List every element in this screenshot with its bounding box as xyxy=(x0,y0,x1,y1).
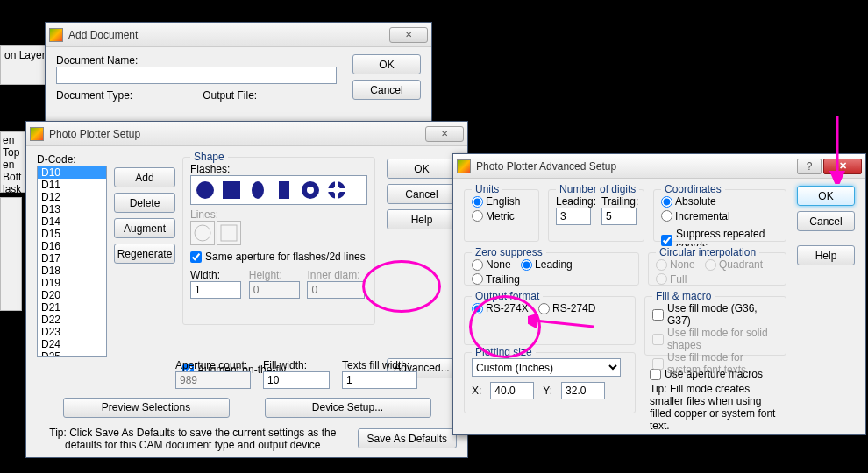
metric-radio[interactable] xyxy=(472,210,483,222)
leading-label: Leading: xyxy=(556,195,596,208)
use-fill-label: Use fill mode (G36, G37) xyxy=(667,302,779,327)
absolute-radio[interactable] xyxy=(661,196,672,208)
list-item[interactable]: D25 xyxy=(38,350,106,357)
close-icon[interactable]: ✕ xyxy=(823,159,862,174)
app-icon xyxy=(30,127,44,141)
pps-tip-text: Tip: Click Save As Defaults to save the … xyxy=(37,427,349,451)
plot-x-input[interactable] xyxy=(490,382,534,399)
rs274x-label: RS-274X xyxy=(486,302,529,314)
english-radio[interactable] xyxy=(472,196,483,208)
same-aperture-checkbox[interactable] xyxy=(190,251,202,263)
svg-point-2 xyxy=(252,181,264,199)
adv-tip-text: Tip: Fill mode creates smaller files whe… xyxy=(644,383,790,432)
use-fill-font-label: Use fill mode for system font texts xyxy=(667,351,779,376)
list-item[interactable]: D15 xyxy=(38,228,106,240)
add-document-titlebar: Add Document ✕ xyxy=(46,23,431,47)
width-input[interactable] xyxy=(190,281,241,299)
document-name-input[interactable] xyxy=(56,67,337,84)
list-item[interactable]: D17 xyxy=(38,252,106,265)
pps-help-button[interactable]: Help xyxy=(387,209,457,229)
adv-cancel-button[interactable]: Cancel xyxy=(797,211,855,231)
pps-ok-button[interactable]: OK xyxy=(387,159,457,179)
dcode-listbox[interactable]: D10 D11 D12 D13 D14 D15 D16 D17 D18 D19 … xyxy=(37,166,107,357)
zero-suppress-legend: Zero suppress xyxy=(472,246,546,258)
flash-rect-icon[interactable] xyxy=(272,178,296,202)
add-doc-ok-button[interactable]: OK xyxy=(352,54,421,74)
adv-titlebar: Photo Plotter Advanced Setup ? ✕ xyxy=(453,154,865,179)
fill-macro-legend: Fill & macro xyxy=(652,290,715,302)
adv-help-button[interactable]: Help xyxy=(797,245,855,265)
plot-y-label: Y: xyxy=(543,385,552,397)
texts-fill-width-input[interactable] xyxy=(342,371,417,389)
pps-cancel-button[interactable]: Cancel xyxy=(387,184,457,204)
list-item[interactable]: D10 xyxy=(38,166,106,179)
list-item[interactable]: D11 xyxy=(38,179,106,191)
preview-selections-button[interactable]: Preview Selections xyxy=(63,398,230,418)
add-button[interactable]: Add xyxy=(114,167,175,187)
pps-title: Photo Plotter Setup xyxy=(49,128,425,140)
add-document-title: Add Document xyxy=(68,29,389,41)
fill-width-label: Fill width: xyxy=(263,359,307,371)
delete-button[interactable]: Delete xyxy=(114,193,175,213)
list-item[interactable]: D24 xyxy=(38,338,106,350)
flash-oval-icon[interactable] xyxy=(245,178,270,202)
list-item[interactable]: D12 xyxy=(38,191,106,203)
zero-none-radio[interactable] xyxy=(472,259,483,271)
use-fill-checkbox[interactable] xyxy=(652,309,664,321)
regenerate-button[interactable]: Regenerate xyxy=(114,244,175,264)
list-item[interactable]: D19 xyxy=(38,277,106,289)
circular-legend: Circular interpolation xyxy=(656,246,759,258)
augment-button[interactable]: Augment xyxy=(114,218,175,238)
plot-y-input[interactable] xyxy=(561,382,605,399)
svg-rect-11 xyxy=(221,225,237,241)
circ-quad-radio xyxy=(705,259,716,271)
rs274d-radio[interactable] xyxy=(538,303,550,314)
flash-thermal-icon[interactable] xyxy=(324,178,349,202)
aperture-count-input xyxy=(175,371,251,389)
metric-label: Metric xyxy=(486,210,515,222)
texts-fill-width-label: Texts fill width: xyxy=(342,359,409,371)
flash-donut-icon[interactable] xyxy=(298,178,323,202)
save-defaults-button[interactable]: Save As Defaults xyxy=(358,428,457,448)
zero-leading-label: Leading xyxy=(535,258,573,271)
flashes-label: Flashes: xyxy=(190,163,367,175)
trailing-input[interactable] xyxy=(601,208,637,225)
trailing-label: Trailing: xyxy=(601,195,638,208)
svg-rect-3 xyxy=(279,181,289,199)
fill-width-input[interactable] xyxy=(263,371,330,389)
app-icon xyxy=(457,159,471,173)
bg-item-1: en Bott xyxy=(3,159,21,183)
list-item[interactable]: D14 xyxy=(38,215,106,228)
add-doc-cancel-button[interactable]: Cancel xyxy=(352,80,421,100)
on-layer-label: on Layer: xyxy=(4,49,48,61)
incremental-radio[interactable] xyxy=(661,210,672,222)
close-icon[interactable]: ✕ xyxy=(425,126,464,142)
leading-input[interactable] xyxy=(556,208,591,225)
list-item[interactable]: D13 xyxy=(38,203,106,215)
svg-point-0 xyxy=(196,181,214,199)
list-item[interactable]: D16 xyxy=(38,240,106,252)
list-item[interactable]: D23 xyxy=(38,326,106,338)
units-legend: Units xyxy=(472,183,502,195)
list-item[interactable]: D20 xyxy=(38,289,106,301)
incremental-label: Incremental xyxy=(675,210,730,222)
list-item[interactable]: D21 xyxy=(38,301,106,314)
line-square-icon xyxy=(217,221,241,245)
list-item[interactable]: D18 xyxy=(38,265,106,277)
zero-leading-radio[interactable] xyxy=(521,259,532,271)
device-setup-button[interactable]: Device Setup... xyxy=(265,398,431,418)
svg-point-10 xyxy=(195,225,210,241)
list-item[interactable]: D22 xyxy=(38,314,106,326)
height-input xyxy=(249,281,300,299)
close-icon[interactable]: ✕ xyxy=(389,27,428,43)
zero-trailing-radio[interactable] xyxy=(472,273,483,285)
rs274x-radio[interactable] xyxy=(472,303,483,314)
suppress-coords-checkbox[interactable] xyxy=(661,235,672,246)
plotting-size-combo[interactable]: Custom (Inches) xyxy=(472,358,621,377)
adv-ok-button[interactable]: OK xyxy=(797,186,855,206)
plot-x-label: X: xyxy=(472,385,481,397)
help-icon[interactable]: ? xyxy=(797,159,822,174)
flash-square-icon[interactable] xyxy=(219,178,244,202)
flash-circle-icon[interactable] xyxy=(193,178,217,202)
output-format-legend: Output format xyxy=(472,290,543,302)
